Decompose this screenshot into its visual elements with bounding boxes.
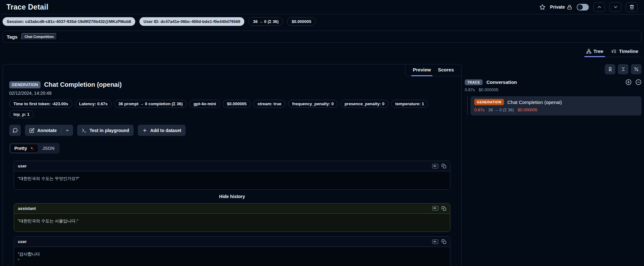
chevron-down-icon bbox=[65, 128, 70, 133]
tab-tree-label: Tree bbox=[594, 48, 603, 54]
trace-title: Conversation bbox=[486, 79, 517, 85]
meta-badge: Latency: 0.67s bbox=[75, 100, 112, 108]
test-in-playground-button[interactable]: Test in playground bbox=[77, 125, 134, 136]
format-toggle: Pretty JSON bbox=[9, 143, 60, 154]
top-bar-actions: Private bbox=[539, 2, 638, 12]
messages-list: user M↓ "대한민국의 수도는 무엇인가요?" Hide history … bbox=[14, 161, 450, 266]
lock-icon bbox=[567, 4, 572, 10]
public-toggle[interactable] bbox=[577, 4, 589, 11]
expand-all-icon[interactable] bbox=[625, 79, 632, 85]
tags-label: Tags bbox=[7, 34, 18, 40]
annotate-split-button: Annotate bbox=[25, 125, 73, 136]
markdown-toggle-icon[interactable]: M↓ bbox=[432, 240, 438, 244]
timeline-icon bbox=[611, 49, 617, 54]
observation-timestamp: 02/12/2024, 14:20:49 bbox=[9, 91, 455, 96]
node-title: Chat Completion (openai) bbox=[507, 100, 562, 105]
markdown-toggle-icon[interactable]: M↓ bbox=[432, 206, 438, 211]
message-content: "감사합니다 " bbox=[14, 247, 450, 266]
tab-preview[interactable]: Preview bbox=[410, 64, 434, 76]
message-tools: M↓ bbox=[432, 239, 446, 244]
meta-badge: stream: true bbox=[253, 100, 285, 108]
tab-pretty[interactable]: Pretty bbox=[10, 144, 38, 153]
privacy-label: Private bbox=[550, 4, 565, 10]
actions-row: Annotate Test in playground bbox=[9, 125, 455, 136]
toggle-knob bbox=[577, 4, 583, 10]
add-to-dataset-button[interactable]: Add to dataset bbox=[138, 125, 186, 136]
node-tokens: 36 → 0 (Σ 36) bbox=[488, 107, 514, 112]
meta-badge: top_p: 1 bbox=[9, 110, 34, 118]
node-latency: 0.67s bbox=[474, 107, 485, 112]
terminal-icon bbox=[82, 128, 87, 133]
star-icon bbox=[539, 4, 545, 10]
meta-badges-row: Time to first token: -423.00sLatency: 0.… bbox=[9, 100, 443, 118]
trace-metrics: 0.67s $0.000005 bbox=[465, 87, 641, 92]
message-tools: M↓ bbox=[432, 164, 446, 168]
previous-trace-button[interactable] bbox=[593, 2, 605, 12]
top-bar: Trace Detail Private bbox=[0, 0, 644, 14]
meta-badge: frequency_penalty: 0 bbox=[288, 100, 338, 108]
view-tabs-row: Tree Timeline bbox=[0, 43, 644, 57]
tab-json[interactable]: JSON bbox=[38, 144, 59, 153]
chevron-down-icon bbox=[613, 4, 618, 10]
session-badge[interactable]: Session: cd3abcd6-c81c-4037-935d-19d9f27… bbox=[3, 17, 135, 26]
message-role: user bbox=[18, 239, 26, 244]
meta-badge: presence_penalty: 0 bbox=[340, 100, 389, 108]
markdown-toggle-icon[interactable]: M↓ bbox=[432, 164, 438, 168]
trash-icon bbox=[629, 4, 634, 10]
token-usage-badge: 36 → 0 (Σ 36) bbox=[248, 17, 283, 26]
collapse-all-button[interactable] bbox=[618, 64, 628, 74]
message-panel-user-2: user M↓ "감사합니다 " bbox=[14, 236, 450, 266]
meta-badge: $0.000005 bbox=[223, 100, 250, 108]
observation-title: Chat Completion (openai) bbox=[44, 81, 122, 88]
annotate-button[interactable]: Annotate bbox=[25, 125, 61, 136]
metrics-percent-button[interactable] bbox=[631, 64, 641, 74]
comment-bubble-icon bbox=[12, 128, 18, 133]
message-header: assistant M↓ bbox=[14, 203, 450, 214]
page-title: Trace Detail bbox=[6, 3, 48, 11]
view-tabs: Tree Timeline bbox=[583, 47, 641, 57]
bookmark-star-button[interactable] bbox=[539, 4, 545, 10]
pretty-label: Pretty bbox=[14, 146, 27, 151]
chevrons-collapse-icon bbox=[621, 67, 626, 72]
delete-trace-button[interactable] bbox=[626, 2, 638, 12]
add-to-dataset-label: Add to dataset bbox=[150, 128, 181, 133]
total-cost-badge: $0.000005 bbox=[287, 17, 315, 26]
tree-actions bbox=[465, 64, 641, 74]
scores-toggle-button[interactable] bbox=[605, 64, 615, 74]
copy-icon[interactable] bbox=[441, 239, 446, 244]
next-trace-button[interactable] bbox=[610, 2, 621, 12]
tab-tree[interactable]: Tree bbox=[583, 47, 607, 57]
plus-icon bbox=[142, 128, 147, 133]
tab-timeline[interactable]: Timeline bbox=[608, 47, 641, 57]
message-role: user bbox=[18, 164, 26, 168]
meta-badge: Time to first token: -423.00s bbox=[9, 100, 72, 108]
trace-type-badge: TRACE bbox=[465, 79, 483, 85]
generation-type-badge: GENERATION bbox=[474, 99, 504, 105]
comments-button[interactable] bbox=[9, 125, 21, 136]
tab-timeline-label: Timeline bbox=[619, 48, 638, 54]
trace-root-row[interactable]: TRACE Conversation bbox=[465, 79, 641, 85]
collapse-all-icon[interactable] bbox=[635, 79, 641, 85]
tag-chip[interactable]: Chat Competition bbox=[21, 33, 57, 40]
generation-node-row[interactable]: GENERATION Chat Completion (openai) 0.67… bbox=[470, 96, 641, 115]
user-id-badge[interactable]: User ID: dc47a41e-06bc-400d-bde1-f0e440d… bbox=[139, 17, 245, 26]
card-tabs: Preview Scores bbox=[405, 64, 461, 76]
trace-cost: $0.000005 bbox=[479, 87, 498, 92]
card-content: GENERATION Chat Completion (openai) 02/1… bbox=[3, 64, 461, 266]
copy-icon[interactable] bbox=[441, 164, 446, 168]
sparkles-icon bbox=[29, 146, 34, 151]
hide-history-button[interactable]: Hide history bbox=[219, 194, 245, 199]
annotate-label: Annotate bbox=[37, 128, 57, 133]
tab-scores[interactable]: Scores bbox=[435, 64, 457, 76]
meta-badge: 36 prompt → 0 completion (Σ 36) bbox=[114, 100, 187, 108]
tree-icon bbox=[586, 49, 591, 54]
observation-header: GENERATION Chat Completion (openai) bbox=[9, 81, 455, 88]
award-icon bbox=[608, 67, 613, 72]
message-header: user M↓ bbox=[14, 161, 450, 171]
annotate-dropdown-button[interactable] bbox=[62, 125, 73, 136]
copy-icon[interactable] bbox=[441, 206, 446, 211]
playground-label: Test in playground bbox=[90, 128, 129, 133]
trace-tree-panel: TRACE Conversation 0.67s $0.000005 GENER… bbox=[465, 64, 641, 115]
message-panel-user-1: user M↓ "대한민국의 수도는 무엇인가요?" bbox=[14, 161, 450, 190]
node-cost: $0.000005 bbox=[518, 107, 537, 112]
